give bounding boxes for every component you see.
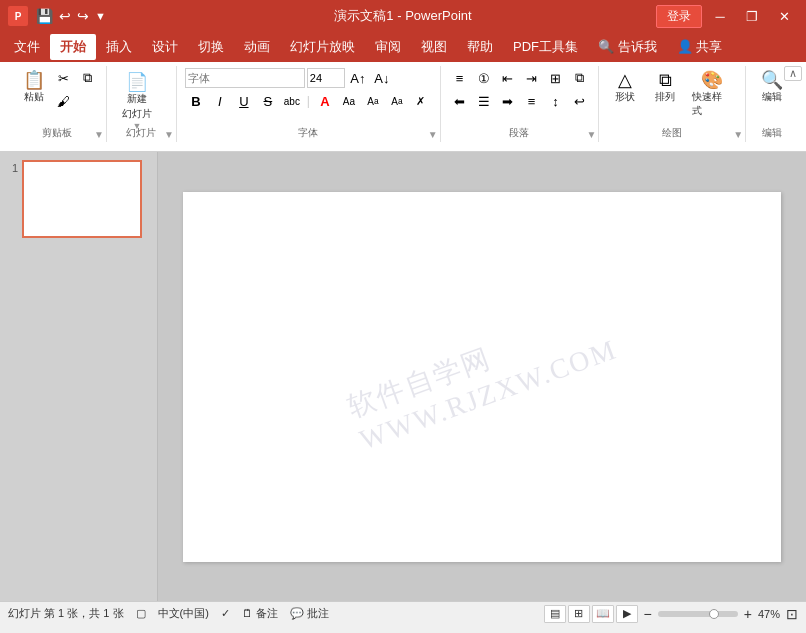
menu-review[interactable]: 审阅 xyxy=(365,34,411,60)
slide-info: 幻灯片 第 1 张，共 1 张 xyxy=(8,606,124,621)
menu-share[interactable]: 👤 共享 xyxy=(667,34,733,60)
clipboard-actions: ✂ ⧉ 🖌 xyxy=(52,68,98,127)
arrange-button[interactable]: ⧉ 排列 xyxy=(647,68,683,107)
ribbon-group-font: A↑ A↓ B I U S abc | A Aa Aa Aa ✗ 字体 ▼ xyxy=(177,66,441,142)
presentation-view-button[interactable]: ▶ xyxy=(616,605,638,623)
italic-button[interactable]: I xyxy=(209,91,231,111)
underline-button[interactable]: U xyxy=(233,91,255,111)
font-a-super[interactable]: Aa xyxy=(362,91,384,111)
zoom-slider[interactable] xyxy=(658,611,738,617)
para-row2: ⬅ ☰ ➡ ≡ ↕ ↩ xyxy=(449,91,591,111)
font-expand[interactable]: ▼ xyxy=(428,129,438,140)
zoom-thumb xyxy=(709,609,719,619)
font-size-input[interactable] xyxy=(307,68,345,88)
copy-button[interactable]: ⧉ xyxy=(76,68,98,88)
slide-sorter-button[interactable]: ⊞ xyxy=(568,605,590,623)
bold-button[interactable]: B xyxy=(185,91,207,111)
fit-window-icon[interactable]: ⊡ xyxy=(786,606,798,622)
list-bullet-button[interactable]: ≡ xyxy=(449,68,471,88)
watermark: 软件自学网WWW.RJZXW.COM xyxy=(343,297,622,456)
slide-thumbnail[interactable] xyxy=(22,160,142,238)
clear-format-button[interactable]: ✗ xyxy=(410,91,432,111)
strikethrough-button[interactable]: S xyxy=(257,91,279,111)
quick-styles-button[interactable]: 🎨 快速样式 xyxy=(687,68,737,121)
menu-design[interactable]: 设计 xyxy=(142,34,188,60)
menu-home[interactable]: 开始 xyxy=(50,34,96,60)
normal-view-button[interactable]: ▤ xyxy=(544,605,566,623)
customize-icon[interactable]: ▼ xyxy=(95,10,106,22)
menu-view[interactable]: 视图 xyxy=(411,34,457,60)
close-button[interactable]: ✕ xyxy=(770,5,798,27)
text-direction[interactable]: ↩ xyxy=(569,91,591,111)
login-button[interactable]: 登录 xyxy=(656,5,702,28)
font-size-up[interactable]: A↑ xyxy=(347,68,369,88)
title-bar: P 💾 ↩ ↪ ▼ 演示文稿1 - PowerPoint 登录 ─ ❐ ✕ xyxy=(0,0,806,32)
paste-icon: 📋 xyxy=(23,71,45,89)
font-color-button[interactable]: A xyxy=(314,91,336,111)
quick-access-toolbar: 💾 ↩ ↪ ▼ xyxy=(36,8,106,24)
zoom-out-icon[interactable]: − xyxy=(644,606,652,622)
align-justify[interactable]: ≡ xyxy=(521,91,543,111)
slides-expand[interactable]: ▼ xyxy=(164,129,174,140)
menu-animations[interactable]: 动画 xyxy=(234,34,280,60)
para-row1: ≡ ① ⇤ ⇥ ⊞ ⧉ xyxy=(449,68,591,88)
font-size-down[interactable]: A↓ xyxy=(371,68,393,88)
comments-button[interactable]: 💬 批注 xyxy=(290,606,329,621)
quick-styles-icon: 🎨 xyxy=(701,71,723,89)
redo-icon[interactable]: ↪ xyxy=(77,8,89,24)
align-center[interactable]: ☰ xyxy=(473,91,495,111)
paste-button[interactable]: 📋 粘贴 xyxy=(16,68,52,107)
menu-transitions[interactable]: 切换 xyxy=(188,34,234,60)
align-right[interactable]: ➡ xyxy=(497,91,519,111)
cut-button[interactable]: ✂ xyxy=(52,68,74,88)
menu-pdf[interactable]: PDF工具集 xyxy=(503,34,588,60)
drawing-expand[interactable]: ▼ xyxy=(733,129,743,140)
font-name-input[interactable] xyxy=(185,68,305,88)
clipboard-expand[interactable]: ▼ xyxy=(94,129,104,140)
reading-view-button[interactable]: 📖 xyxy=(592,605,614,623)
clipboard-row2: 🖌 xyxy=(52,91,98,111)
ribbon-toggle[interactable]: ∧ xyxy=(784,66,802,81)
indent-increase[interactable]: ⇥ xyxy=(521,68,543,88)
new-slide-icon: 📄 xyxy=(126,73,148,91)
align-left[interactable]: ⬅ xyxy=(449,91,471,111)
font-aa-button[interactable]: Aa xyxy=(338,91,360,111)
indent-decrease[interactable]: ⇤ xyxy=(497,68,519,88)
notes-button[interactable]: 🗒 备注 xyxy=(242,606,278,621)
title-bar-left: P 💾 ↩ ↪ ▼ xyxy=(8,6,106,26)
zoom-in-icon[interactable]: + xyxy=(744,606,752,622)
save-icon[interactable]: 💾 xyxy=(36,8,53,24)
slide-panel: 1 xyxy=(0,152,158,601)
smartart-button[interactable]: ⧉ xyxy=(569,68,591,88)
menu-file[interactable]: 文件 xyxy=(4,34,50,60)
window-controls: 登录 ─ ❐ ✕ xyxy=(656,5,798,28)
shapes-button[interactable]: △ 形状 xyxy=(607,68,643,107)
slide-info-icon: ▢ xyxy=(136,607,146,620)
font-a-sub[interactable]: Aa xyxy=(386,91,408,111)
arrange-icon: ⧉ xyxy=(659,71,672,89)
main-editing-area[interactable]: 软件自学网WWW.RJZXW.COM xyxy=(158,152,806,601)
undo-icon[interactable]: ↩ xyxy=(59,8,71,24)
menu-slideshow[interactable]: 幻灯片放映 xyxy=(280,34,365,60)
text-shadow-button[interactable]: abc xyxy=(281,91,303,111)
app-icon: P xyxy=(8,6,28,26)
slide-thumb-wrapper: 1 xyxy=(4,160,153,238)
format-painter-button[interactable]: 🖌 xyxy=(52,91,74,111)
list-number-button[interactable]: ① xyxy=(473,68,495,88)
slide-canvas[interactable]: 软件自学网WWW.RJZXW.COM xyxy=(183,192,781,562)
line-spacing[interactable]: ↕ xyxy=(545,91,567,111)
font-sep: | xyxy=(307,94,310,108)
menu-tell-me[interactable]: 🔍 告诉我 xyxy=(588,34,667,60)
col-button[interactable]: ⊞ xyxy=(545,68,567,88)
restore-button[interactable]: ❐ xyxy=(738,5,766,27)
menu-insert[interactable]: 插入 xyxy=(96,34,142,60)
view-buttons: ▤ ⊞ 📖 ▶ xyxy=(544,605,638,623)
font-select-row: A↑ A↓ xyxy=(185,68,432,88)
clipboard-label: 剪贴板 xyxy=(8,126,106,140)
minimize-button[interactable]: ─ xyxy=(706,5,734,27)
menu-help[interactable]: 帮助 xyxy=(457,34,503,60)
paragraph-expand[interactable]: ▼ xyxy=(586,129,596,140)
shapes-icon: △ xyxy=(618,71,632,89)
editing-label: 编辑 xyxy=(746,126,798,140)
font-content: A↑ A↓ B I U S abc | A Aa Aa Aa ✗ xyxy=(185,68,432,127)
